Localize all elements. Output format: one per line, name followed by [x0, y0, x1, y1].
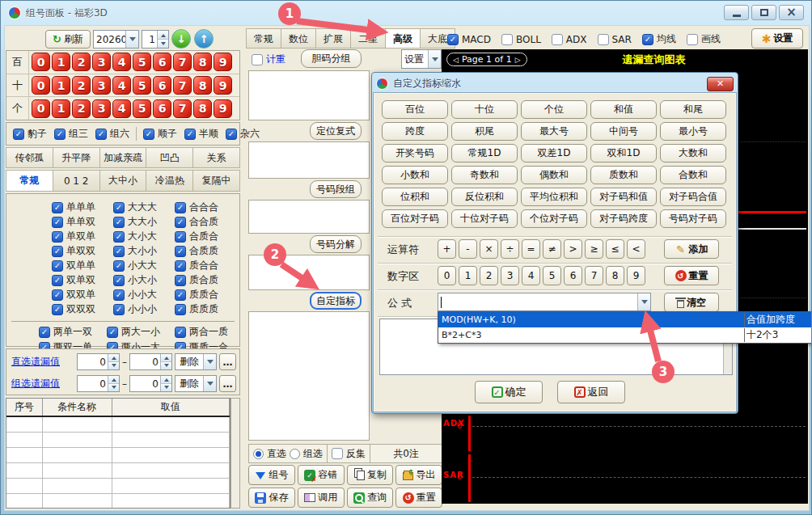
- table-row[interactable]: [6, 432, 230, 447]
- digit-key-0[interactable]: 0: [438, 266, 456, 285]
- digit-button-1[interactable]: 1: [52, 76, 70, 95]
- digit-button-8[interactable]: 8: [193, 99, 212, 118]
- checkbox-质质合[interactable]: 质质合: [175, 289, 236, 301]
- tab-关系[interactable]: 关系: [192, 147, 240, 168]
- weight-checkbox[interactable]: 计重: [252, 53, 285, 66]
- omission-link[interactable]: 直选遗漏值: [11, 355, 74, 369]
- checked-checkbox-icon[interactable]: [52, 217, 63, 228]
- indicator-偶数和[interactable]: 偶数和: [521, 166, 587, 184]
- spin-up-icon[interactable]: [108, 376, 119, 384]
- dropdown-item[interactable]: MOD(HW+K, 10)合值加跨度: [438, 312, 812, 327]
- omission-spinner[interactable]: 0: [77, 375, 120, 392]
- checked-checkbox-icon[interactable]: [143, 129, 154, 140]
- chevron-down-icon[interactable]: [125, 31, 138, 48]
- delete-select[interactable]: 删除: [175, 375, 217, 392]
- unchecked-checkbox-icon[interactable]: [598, 34, 609, 45]
- chevron-down-icon[interactable]: [637, 293, 650, 310]
- digit-key-6[interactable]: 6: [564, 266, 582, 285]
- tab-常规[interactable]: 常规: [6, 170, 53, 192]
- checkbox-小大小[interactable]: 小大小: [113, 274, 175, 286]
- checkbox-质合质[interactable]: 质合质: [175, 274, 236, 286]
- checked-checkbox-icon[interactable]: [52, 202, 63, 213]
- digit-button-9[interactable]: 9: [214, 76, 232, 95]
- minimize-button[interactable]: [724, 5, 749, 20]
- checked-checkbox-icon[interactable]: [175, 327, 186, 338]
- chevron-down-icon[interactable]: [203, 354, 216, 369]
- digit-button-3[interactable]: 3: [92, 53, 111, 71]
- checked-checkbox-icon[interactable]: [447, 34, 459, 45]
- digit-key-2[interactable]: 2: [480, 266, 498, 285]
- tab-扩展[interactable]: 扩展: [315, 28, 350, 49]
- digit-button-1[interactable]: 1: [52, 53, 70, 71]
- digit-button-0[interactable]: 0: [32, 76, 50, 95]
- indicator-十位[interactable]: 十位: [451, 100, 518, 119]
- chevron-down-icon[interactable]: [428, 50, 441, 68]
- checked-checkbox-icon[interactable]: [175, 260, 186, 272]
- count-spinner[interactable]: 1: [142, 30, 169, 49]
- digit-button-7[interactable]: 7: [173, 53, 192, 71]
- number-decompose-area[interactable]: [248, 255, 370, 290]
- tab-数位[interactable]: 数位: [281, 28, 315, 49]
- checked-checkbox-icon[interactable]: [107, 327, 118, 338]
- digit-button-9[interactable]: 9: [214, 99, 232, 118]
- digit-key-5[interactable]: 5: [543, 266, 561, 285]
- checked-checkbox-icon[interactable]: [113, 231, 125, 243]
- settings-select[interactable]: 设置: [401, 49, 442, 69]
- indicator-和尾[interactable]: 和尾: [660, 100, 726, 119]
- indicator-个位对子码[interactable]: 个位对子码: [521, 209, 587, 228]
- checkbox-质合合[interactable]: 质合合: [175, 260, 236, 272]
- checked-checkbox-icon[interactable]: [113, 304, 125, 315]
- digit-button-2[interactable]: 2: [72, 76, 91, 95]
- digit-button-1[interactable]: 1: [52, 99, 70, 118]
- checked-checkbox-icon[interactable]: [113, 289, 125, 301]
- spin-down-icon[interactable]: [108, 384, 119, 391]
- digit-button-3[interactable]: 3: [92, 99, 111, 118]
- indicator-跨度[interactable]: 跨度: [382, 122, 448, 141]
- add-button[interactable]: 添加: [664, 239, 719, 259]
- checked-checkbox-icon[interactable]: [113, 275, 125, 286]
- custom-indicator-button[interactable]: 自定指标: [310, 292, 362, 310]
- checkbox-合合合[interactable]: 合合合: [175, 201, 236, 213]
- digit-button-8[interactable]: 8: [193, 53, 212, 71]
- checkbox-双单双[interactable]: 双单双: [52, 274, 113, 286]
- chevron-down-icon[interactable]: [203, 376, 216, 391]
- indicator-奇数和[interactable]: 奇数和: [451, 166, 518, 184]
- unchecked-checkbox-icon[interactable]: [332, 448, 343, 459]
- reset-button[interactable]: 重置: [664, 266, 719, 285]
- checkbox-双双单[interactable]: 双双单: [52, 289, 113, 301]
- checked-checkbox-icon[interactable]: [113, 260, 125, 272]
- clear-button[interactable]: 清空: [664, 293, 719, 312]
- checked-checkbox-icon[interactable]: [39, 327, 50, 338]
- checked-checkbox-icon[interactable]: [175, 289, 186, 301]
- indicator-大数和[interactable]: 大数和: [660, 144, 726, 163]
- checked-checkbox-icon[interactable]: [175, 275, 186, 286]
- checkbox-组六[interactable]: 组六: [95, 127, 129, 141]
- unchecked-checkbox-icon[interactable]: [552, 34, 563, 45]
- checkbox-杂六[interactable]: 杂六: [226, 127, 260, 141]
- digit-button-5[interactable]: 5: [133, 53, 151, 71]
- checkbox-小小小[interactable]: 小小小: [113, 303, 175, 315]
- digit-button-2[interactable]: 2: [72, 99, 91, 118]
- close-button[interactable]: [779, 5, 804, 20]
- checkbox-半顺[interactable]: 半顺: [184, 127, 218, 141]
- settings-button[interactable]: 设置: [751, 28, 803, 49]
- action-保存[interactable]: 保存: [248, 488, 295, 508]
- tab-冷温热[interactable]: 冷温热: [146, 170, 192, 192]
- checked-checkbox-icon[interactable]: [175, 246, 186, 257]
- back-button[interactable]: 返回: [557, 381, 625, 403]
- checkbox-双双双[interactable]: 双双双: [52, 303, 113, 315]
- checked-checkbox-icon[interactable]: [13, 129, 24, 140]
- digit-button-3[interactable]: 3: [92, 76, 111, 95]
- maximize-button[interactable]: [751, 5, 776, 20]
- checkbox-小大大[interactable]: 小大大: [113, 260, 175, 272]
- operator-key[interactable]: <: [627, 239, 645, 259]
- digit-key-9[interactable]: 9: [627, 266, 645, 285]
- checkbox-大大大[interactable]: 大大大: [113, 201, 175, 213]
- download-button[interactable]: [171, 29, 191, 49]
- upload-button[interactable]: [194, 29, 214, 49]
- ok-button[interactable]: 确定: [475, 381, 543, 403]
- checkbox-ADX[interactable]: ADX: [552, 32, 587, 46]
- digit-button-4[interactable]: 4: [112, 76, 131, 95]
- checkbox-单双单[interactable]: 单双单: [52, 230, 113, 243]
- tab-复隔中[interactable]: 复隔中: [192, 170, 240, 192]
